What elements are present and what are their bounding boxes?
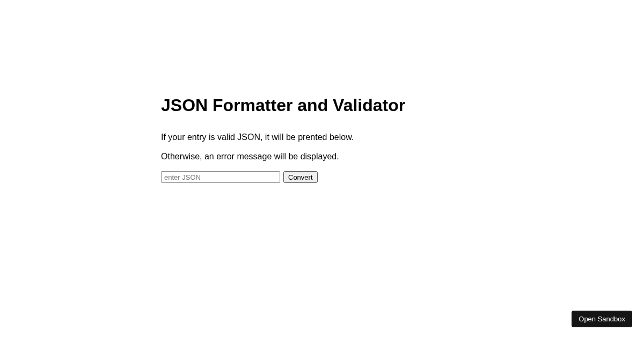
main-content: JSON Formatter and Validator If your ent… [161, 95, 483, 183]
convert-button[interactable]: Convert [283, 171, 318, 183]
description-line-1: If your entry is valid JSON, it will be … [161, 133, 483, 142]
open-sandbox-button[interactable]: Open Sandbox [572, 311, 632, 327]
json-form: Convert [161, 171, 483, 183]
page-title: JSON Formatter and Validator [161, 95, 483, 115]
description-line-2: Otherwise, an error message will be disp… [161, 152, 483, 161]
json-input[interactable] [161, 171, 280, 183]
